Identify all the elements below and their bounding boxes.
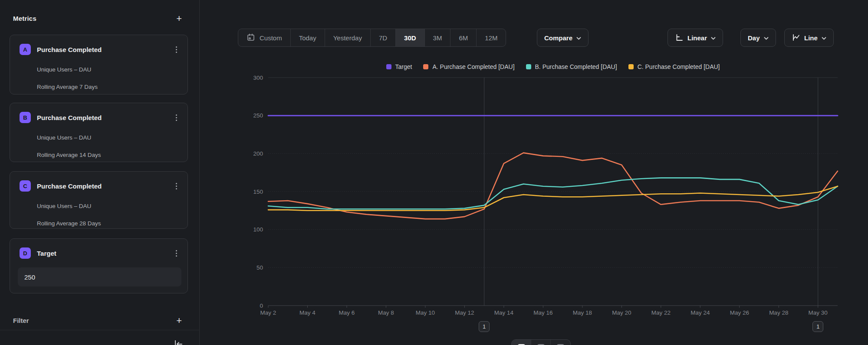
x-tick-label: May 22 [651,309,671,316]
y-tick-label: 100 [253,226,263,233]
metric-card-a[interactable]: A Purchase Completed Unique Users – DAU … [10,35,188,94]
metric-title: Purchase Completed [37,182,173,190]
more-options-icon[interactable] [173,248,180,258]
y-tick-label: 150 [253,189,263,195]
metric-badge-d: D [20,247,31,259]
chart-style-option-3[interactable] [551,340,570,345]
metric-card-b[interactable]: B Purchase Completed Unique Users – DAU … [10,103,188,162]
add-filter-button[interactable]: + [176,317,182,324]
series-line-b[interactable] [268,178,838,209]
y-tick-label: 300 [253,75,263,81]
x-tick-label: May 14 [494,309,514,316]
metric-transform: Rolling Average 14 Days [37,152,180,158]
x-tick-label: May 30 [809,309,828,316]
filter-title: Filter [13,317,29,324]
metric-title: Purchase Completed [37,46,173,53]
collapse-sidebar-icon[interactable] [174,339,184,345]
metric-measure: Unique Users – DAU [37,134,180,141]
metric-badge-a: A [20,44,31,55]
chart-panel: Custom Today Yesterday 7D 30D 3M 6M 12M … [200,0,868,345]
metric-badge-c: C [20,180,31,192]
line-chart[interactable]: 050100150200250300May 2May 4May 6May 8Ma… [200,0,868,345]
annotation-badge[interactable]: 1 [812,321,823,332]
y-tick-label: 200 [253,150,263,157]
x-tick-label: May 10 [416,309,435,316]
y-tick-label: 0 [260,303,263,309]
annotation-badge[interactable]: 1 [479,321,490,332]
divider [0,330,200,330]
target-card[interactable]: D Target [10,238,188,293]
more-options-icon[interactable] [173,45,180,55]
metric-title: Purchase Completed [37,114,173,121]
more-options-icon[interactable] [173,181,180,191]
y-tick-label: 250 [253,112,263,119]
y-tick-label: 50 [256,264,263,271]
x-tick-label: May 20 [612,309,631,316]
metric-card-c[interactable]: C Purchase Completed Unique Users – DAU … [10,171,188,229]
metric-transform: Rolling Average 7 Days [37,84,180,90]
x-tick-label: May 2 [260,309,276,316]
metric-badge-b: B [20,112,31,123]
x-tick-label: May 4 [299,309,316,316]
x-tick-label: May 12 [455,309,474,316]
filter-section: Filter + [13,317,182,324]
metric-measure: Unique Users – DAU [37,203,180,209]
chart-style-option-2[interactable] [531,340,551,345]
add-metric-button[interactable]: + [176,15,182,22]
target-value-input[interactable] [18,267,181,286]
metrics-header: Metrics + [13,15,182,22]
chart-style-option-1[interactable] [512,340,531,345]
x-tick-label: May 8 [378,309,394,316]
x-tick-label: May 16 [533,309,552,316]
x-tick-label: May 28 [769,309,788,316]
more-options-icon[interactable] [173,113,180,123]
chart-style-mini-control [511,339,571,345]
x-tick-label: May 18 [573,309,592,316]
x-tick-label: May 24 [690,309,710,316]
x-tick-label: May 26 [730,309,749,316]
x-tick-label: May 6 [339,309,355,316]
metric-measure: Unique Users – DAU [37,66,180,73]
metric-transform: Rolling Average 28 Days [37,220,180,227]
metrics-sidebar: Metrics + A Purchase Completed Unique Us… [0,0,200,345]
target-title: Target [37,250,173,257]
metrics-title: Metrics [13,15,36,22]
series-line-c[interactable] [268,186,838,211]
